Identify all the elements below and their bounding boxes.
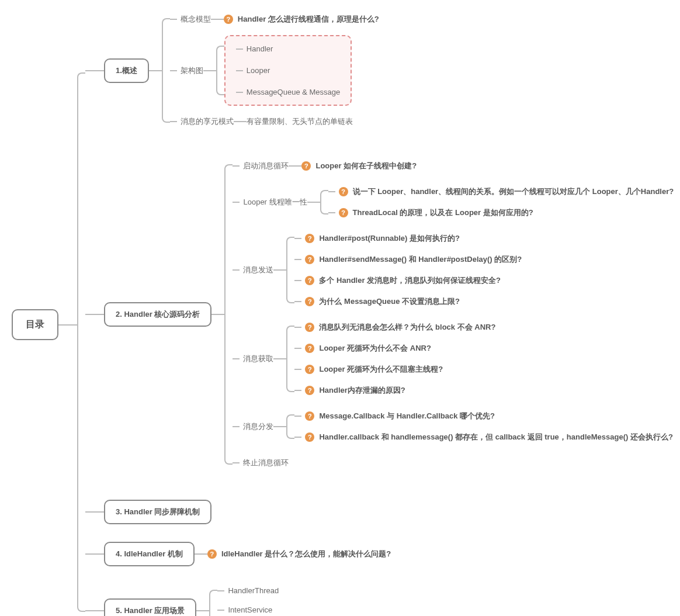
question-icon: ?	[339, 187, 348, 196]
connector	[294, 327, 301, 328]
leaf: IntentService	[217, 603, 308, 616]
s2-c5-q1: Message.Callback 与 Handler.Callback 哪个优先…	[319, 409, 495, 424]
level1-children: 1.概述 概念模型 ? Handler 怎么进行线程通信，原理是什么? 架构图	[85, 12, 674, 616]
bracket	[286, 231, 294, 309]
s5-item-1: IntentService	[228, 603, 272, 616]
question-icon: ?	[305, 234, 314, 243]
s2-c3-q2: Handler#sendMessage() 和 Handler#postDela…	[319, 252, 522, 267]
connector	[211, 19, 224, 20]
s2-c3-q1: Handler#post(Runnable) 是如何执行的?	[319, 231, 460, 246]
question-icon: ?	[305, 344, 314, 353]
s1-flyweight: 消息的享元模式 有容量限制、无头节点的单链表	[170, 114, 379, 129]
connector	[170, 70, 177, 71]
bracket	[320, 184, 328, 220]
section-2-title: 2. Handler 核心源码分析	[116, 310, 200, 319]
bracket	[216, 35, 224, 106]
s2-c4-q3: Looper 死循环为什么不阻塞主线程?	[319, 362, 443, 377]
section-2: 2. Handler 核心源码分析 启动消息循环 ? Looper 如何在子线程…	[85, 158, 674, 470]
arch-dashed-box: Handler Looper MessageQueue & Message	[224, 35, 352, 106]
connector	[294, 238, 301, 239]
connector	[149, 70, 162, 71]
connector	[217, 590, 224, 591]
connector	[294, 437, 301, 438]
connector	[294, 348, 301, 349]
question-icon: ?	[305, 386, 314, 395]
connector	[233, 462, 240, 463]
s2-c1-label: 启动消息循环	[243, 158, 289, 174]
s1-concept-label: 概念模型	[181, 12, 211, 27]
question-icon: ?	[305, 255, 314, 264]
bracket	[224, 158, 233, 470]
connector	[234, 121, 247, 122]
s2-c2-q2: ThreadLocal 的原理，以及在 Looper 是如何应用的?	[353, 205, 533, 220]
bracket	[77, 12, 85, 616]
connector	[233, 202, 240, 203]
s2-c3-children: ?Handler#post(Runnable) 是如何执行的? ?Handler…	[294, 231, 522, 309]
leaf: ?Looper 死循环为什么不阻塞主线程?	[294, 362, 495, 377]
root-node: 目录	[12, 309, 58, 340]
s2-looper-unique: Looper 线程唯一性 ?说一下 Looper、handler、线程间的关系。…	[233, 184, 674, 220]
connector	[328, 191, 335, 192]
connector	[236, 49, 243, 50]
connector	[85, 511, 104, 513]
s4-q: IdleHandler 是什么？怎么使用，能解决什么问题?	[221, 546, 391, 562]
question-icon: ?	[305, 276, 314, 285]
spacer	[85, 524, 674, 542]
s2-c6-label: 终止消息循环	[243, 455, 289, 470]
s2-c2-q1: 说一下 Looper、handler、线程间的关系。例如一个线程可以对应几个 L…	[353, 184, 674, 199]
section-2-node: 2. Handler 核心源码分析	[104, 302, 211, 327]
leaf: ?Looper 死循环为什么不会 ANR?	[294, 341, 495, 356]
connector	[85, 553, 104, 555]
s1-arch: 架构图 Handler Looper MessageQueue & Messag…	[170, 35, 379, 106]
s2-c2-label: Looper 线程唯一性	[243, 195, 307, 210]
arch-item-0: Handler	[247, 42, 273, 56]
leaf: ?Handler内存泄漏的原因?	[294, 383, 495, 398]
section-1-children: 概念模型 ? Handler 怎么进行线程通信，原理是什么? 架构图 Handl…	[170, 12, 379, 129]
connector	[170, 19, 177, 20]
connector	[307, 202, 320, 203]
connector	[273, 358, 286, 359]
section-4-title: 4. IdleHandler 机制	[116, 549, 183, 558]
mindmap-root: 目录 1.概述 概念模型 ? Handler 怎么进行线程通信，原理是什么?	[12, 12, 668, 616]
s2-c3-q4: 为什么 MessageQueue 不设置消息上限?	[319, 294, 460, 309]
connector	[294, 301, 301, 302]
s2-c3-label: 消息发送	[243, 262, 273, 278]
s2-c5-label: 消息分发	[243, 419, 273, 434]
connector	[294, 416, 301, 417]
s2-c4-q4: Handler内存泄漏的原因?	[319, 383, 405, 398]
leaf: ?说一下 Looper、handler、线程间的关系。例如一个线程可以对应几个 …	[328, 184, 674, 199]
section-5: 5. Handler 应用场景 HandlerThread IntentServ…	[85, 584, 674, 616]
connector	[217, 610, 224, 611]
connector	[236, 70, 243, 71]
s2-c2-children: ?说一下 Looper、handler、线程间的关系。例如一个线程可以对应几个 …	[328, 184, 674, 220]
connector	[273, 426, 286, 427]
s2-c4-children: ?消息队列无消息会怎么样？为什么 block 不会 ANR? ?Looper 死…	[294, 320, 495, 398]
connector	[203, 70, 216, 71]
bracket	[286, 409, 294, 445]
connector	[289, 165, 301, 167]
s2-start-loop: 启动消息循环 ? Looper 如何在子线程中创建?	[233, 158, 674, 174]
leaf: ?为什么 MessageQueue 不设置消息上限?	[294, 294, 522, 309]
section-1-title: 1.概述	[116, 66, 137, 75]
s2-c3-q3: 多个 Handler 发消息时，消息队列如何保证线程安全?	[319, 273, 501, 288]
s2-c5-children: ?Message.Callback 与 Handler.Callback 哪个优…	[294, 409, 672, 445]
connector	[233, 426, 240, 427]
connector	[294, 369, 301, 370]
s2-c4-label: 消息获取	[243, 351, 273, 366]
s5-item-0: HandlerThread	[228, 584, 279, 597]
bracket	[209, 584, 217, 616]
arch-item: Looper	[236, 64, 340, 77]
connector	[294, 259, 301, 260]
s2-c4-q2: Looper 死循环为什么不会 ANR?	[319, 341, 431, 356]
root-label: 目录	[26, 319, 44, 329]
arch-item-2: MessageQueue & Message	[247, 85, 340, 99]
connector	[294, 280, 301, 281]
question-icon: ?	[339, 208, 348, 217]
connector	[236, 92, 243, 93]
leaf: ?Message.Callback 与 Handler.Callback 哪个优…	[294, 409, 672, 424]
connector	[211, 314, 224, 315]
leaf: ?消息队列无消息会怎么样？为什么 block 不会 ANR?	[294, 320, 495, 335]
s2-stop: 终止消息循环	[233, 455, 674, 470]
connector	[85, 314, 104, 315]
question-icon: ?	[305, 432, 314, 442]
